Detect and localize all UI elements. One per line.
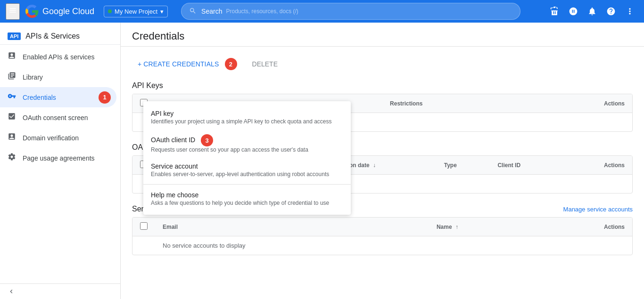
oauth-col-client-id: Client ID	[490, 156, 563, 175]
more-icon[interactable]	[621, 3, 638, 20]
delete-button[interactable]: DELETE	[247, 57, 283, 72]
page-title: Credentials	[132, 30, 184, 42]
sa-col-actions: Actions	[532, 218, 632, 236]
enabled-icon	[8, 51, 16, 62]
service-accounts-header-row: Email Name ↑ Actions	[132, 218, 632, 236]
oauth-col-type: Type	[437, 156, 490, 175]
sidebar-collapse-button[interactable]	[0, 283, 121, 299]
manage-service-accounts-link[interactable]: Manage service accounts	[563, 206, 633, 213]
sidebar: API APIs & Services Enabled APIs & servi…	[0, 23, 121, 299]
service-account-desc: Enables server-to-server, app-level auth…	[151, 171, 343, 178]
dropdown-item-help[interactable]: Help me choose Asks a few questions to h…	[143, 186, 351, 211]
dropdown-item-oauth[interactable]: OAuth client ID 3 Requests user consent …	[143, 129, 351, 158]
service-accounts-select-all[interactable]	[140, 222, 148, 230]
dropdown-item-service-account[interactable]: Service account Enables server-to-server…	[143, 158, 351, 182]
sa-empty-text: No service accounts to display	[155, 236, 429, 255]
content-header: Credentials	[121, 23, 644, 47]
sa-empty-row: No service accounts to display	[132, 236, 632, 255]
search-label: Search	[201, 8, 222, 15]
oauth-desc: Requests user consent so your app can ac…	[151, 146, 343, 153]
marketplace-icon[interactable]	[565, 3, 582, 20]
sidebar-item-page-usage[interactable]: Page usage agreements	[0, 148, 116, 168]
oauth-title: OAuth client ID	[151, 136, 195, 144]
toolbar: + CREATE CREDENTIALS 2 DELETE API key Id…	[132, 54, 633, 74]
sidebar-item-credentials[interactable]: Credentials 1	[0, 87, 116, 107]
search-bar[interactable]: Search Products, resources, docs (/)	[181, 3, 520, 20]
sort-asc-icon: ↑	[455, 224, 458, 230]
content-body: + CREATE CREDENTIALS 2 DELETE API key Id…	[121, 47, 644, 274]
help-title: Help me choose	[151, 191, 343, 199]
api-keys-col-restrictions: Restrictions	[382, 94, 525, 113]
oauth-icon	[8, 112, 16, 123]
search-icon	[189, 7, 197, 16]
api-keys-col-actions: Actions	[525, 94, 632, 113]
sidebar-item-label-page-usage: Page usage agreements	[23, 154, 95, 162]
project-name: My New Project	[115, 8, 157, 15]
project-status-dot	[108, 9, 112, 13]
sort-desc-icon: ↓	[373, 162, 376, 169]
sidebar-item-label-library: Library	[23, 73, 43, 81]
sidebar-item-enabled[interactable]: Enabled APIs & services	[0, 47, 116, 67]
sidebar-item-domain[interactable]: Domain verification	[0, 128, 116, 148]
dropdown-divider	[143, 184, 351, 185]
sa-col-name: Name ↑	[429, 218, 532, 236]
help-desc: Asks a few questions to help you decide …	[151, 200, 343, 206]
domain-icon	[8, 132, 16, 143]
sidebar-item-oauth[interactable]: OAuth consent screen	[0, 107, 116, 128]
search-subtext: Products, resources, docs (/)	[226, 8, 298, 15]
sidebar-item-library[interactable]: Library	[0, 67, 116, 87]
api-key-desc: Identifies your project using a simple A…	[151, 118, 343, 125]
create-credentials-dropdown: API key Identifies your project using a …	[143, 101, 351, 215]
project-selector[interactable]: My New Project ▾	[104, 6, 168, 17]
step3-badge: 3	[201, 134, 213, 146]
library-icon	[8, 72, 16, 82]
page-usage-icon	[8, 153, 16, 163]
logo-text: Google Cloud	[42, 7, 94, 16]
help-icon[interactable]	[603, 3, 619, 20]
service-accounts-table: Email Name ↑ Actions No service accounts…	[132, 217, 633, 255]
api-key-title: API key	[151, 110, 343, 117]
service-account-title: Service account	[151, 162, 343, 170]
hamburger-menu[interactable]	[6, 3, 20, 20]
create-credentials-button[interactable]: + CREATE CREDENTIALS 2	[132, 54, 243, 74]
step1-badge: 1	[99, 91, 111, 104]
top-navigation: Google Cloud My New Project ▾ Search Pro…	[0, 0, 644, 23]
sidebar-item-label-domain: Domain verification	[23, 134, 79, 142]
chevron-down-icon: ▾	[160, 8, 164, 15]
sidebar-item-label-credentials: Credentials	[23, 94, 56, 101]
step2-badge: 2	[225, 58, 237, 70]
gift-icon[interactable]	[546, 3, 563, 20]
api-keys-section-title: API Keys	[132, 81, 633, 90]
sidebar-header: API APIs & Services	[0, 26, 120, 45]
bell-icon[interactable]	[584, 3, 601, 20]
api-badge: API	[8, 32, 21, 40]
main-layout: API APIs & Services Enabled APIs & servi…	[0, 23, 644, 299]
sidebar-item-label-oauth: OAuth consent screen	[23, 114, 88, 121]
main-content: Credentials + CREATE CREDENTIALS 2 DELET…	[121, 23, 644, 299]
dropdown-item-api-key[interactable]: API key Identifies your project using a …	[143, 105, 351, 129]
credentials-icon	[8, 92, 16, 103]
sidebar-item-label-enabled: Enabled APIs & services	[23, 53, 95, 61]
nav-icon-group	[546, 3, 638, 20]
sa-name-label: Name	[437, 224, 454, 230]
google-cloud-logo: Google Cloud	[25, 5, 94, 18]
sidebar-title: APIs & Services	[25, 32, 80, 40]
sa-col-email: Email	[155, 218, 429, 236]
create-credentials-label: + CREATE CREDENTIALS	[138, 60, 219, 68]
oauth-col-actions: Actions	[563, 156, 632, 175]
